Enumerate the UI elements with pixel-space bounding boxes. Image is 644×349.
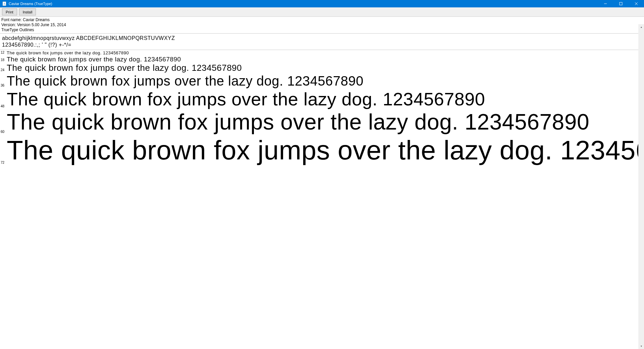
sample-text: The quick brown fox jumps over the lazy …: [7, 73, 364, 89]
sample-text: The quick brown fox jumps over the lazy …: [7, 109, 589, 135]
charset-numbers-punct: 1234567890.:,; ' " (!?) +-*/=: [2, 42, 643, 48]
scroll-up-icon[interactable]: ▴: [638, 24, 644, 30]
sample-row: 12The quick brown fox jumps over the laz…: [0, 51, 644, 56]
sample-text: The quick brown fox jumps over the lazy …: [7, 89, 485, 109]
svg-text:A: A: [3, 2, 5, 5]
sample-size-label: 18: [1, 58, 7, 63]
sample-size-label: 12: [1, 51, 7, 56]
window-controls: [598, 0, 644, 7]
font-outlines-line: TrueType Outlines: [1, 28, 643, 33]
font-file-icon: A: [2, 1, 7, 6]
window-title: Caviar Dreams (TrueType): [9, 2, 52, 6]
sample-text: The quick brown fox jumps over the lazy …: [7, 56, 181, 63]
sample-size-label: 60: [1, 130, 7, 135]
sample-row: 48The quick brown fox jumps over the laz…: [0, 89, 644, 109]
sample-text: The quick brown fox jumps over the lazy …: [7, 51, 129, 56]
sample-size-label: 36: [1, 84, 7, 89]
font-version-line: Version: Version 5.00 June 15, 2014: [1, 22, 643, 28]
sample-row: 72The quick brown fox jumps over the laz…: [0, 135, 644, 166]
scroll-down-icon[interactable]: ▾: [638, 343, 644, 349]
scrollbar[interactable]: ▴ ▾: [638, 24, 644, 349]
svg-rect-3: [620, 2, 622, 5]
charset-alphabet: abcdefghijklmnopqrstuvwxyz ABCDEFGHIJKLM…: [2, 35, 643, 42]
sample-text: The quick brown fox jumps over the lazy …: [7, 63, 242, 73]
sample-row: 60The quick brown fox jumps over the laz…: [0, 109, 644, 135]
maximize-button[interactable]: [613, 0, 629, 7]
font-name-line: Font name: Caviar Dreams: [1, 17, 643, 22]
sample-size-label: 72: [1, 161, 7, 166]
sample-size-label: 24: [1, 68, 7, 73]
sample-text-list: 12The quick brown fox jumps over the laz…: [0, 50, 644, 166]
titlebar: A Caviar Dreams (TrueType): [0, 0, 644, 7]
font-metadata: Font name: Caviar Dreams Version: Versio…: [0, 17, 644, 34]
charset-preview: abcdefghijklmnopqrstuvwxyz ABCDEFGHIJKLM…: [0, 34, 644, 50]
sample-text: The quick brown fox jumps over the lazy …: [7, 135, 644, 166]
sample-row: 24The quick brown fox jumps over the laz…: [0, 63, 644, 73]
close-button[interactable]: [629, 0, 644, 7]
print-button[interactable]: Print: [2, 8, 17, 15]
minimize-button[interactable]: [598, 0, 613, 7]
sample-row: 18The quick brown fox jumps over the laz…: [0, 56, 644, 63]
sample-size-label: 48: [1, 104, 7, 109]
install-button[interactable]: Install: [19, 8, 36, 15]
toolbar: Print Install: [0, 7, 644, 17]
titlebar-left: A Caviar Dreams (TrueType): [2, 1, 52, 6]
sample-row: 36The quick brown fox jumps over the laz…: [0, 73, 644, 89]
